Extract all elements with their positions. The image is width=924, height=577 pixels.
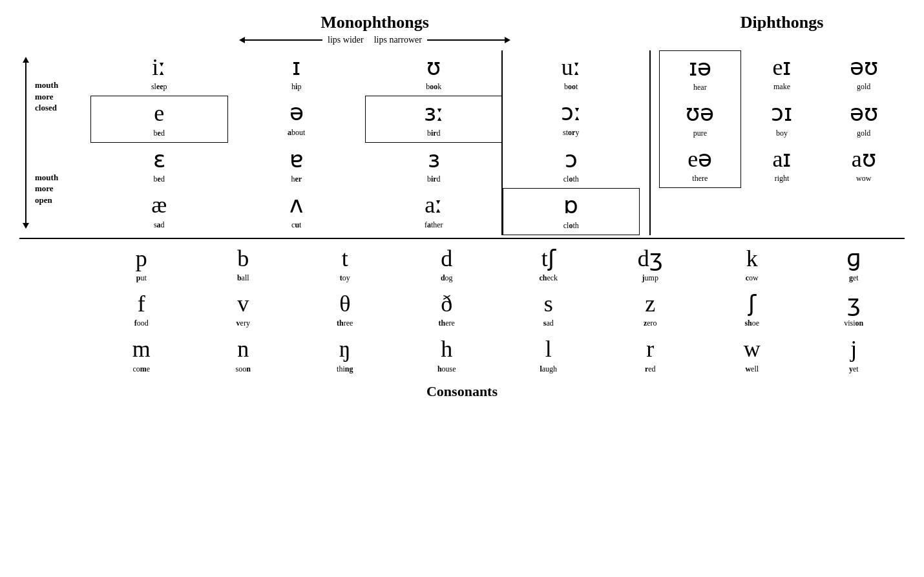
consonant-word: zero xyxy=(602,319,699,328)
vowel-cell: ɒcloth xyxy=(503,188,640,235)
diphthong-cell: əʊgold xyxy=(823,50,905,96)
consonant-symbol: m xyxy=(93,336,190,362)
vowel-symbol: ɪ xyxy=(231,54,363,81)
vowel-word: bird xyxy=(368,129,499,138)
vowel-symbol: e xyxy=(94,100,225,127)
vowel-cell: ɜːbird xyxy=(365,96,503,142)
mouth-arrow-up xyxy=(23,57,29,63)
diphthong-cell: eɪmake xyxy=(741,50,823,96)
consonant-word: put xyxy=(93,273,190,283)
vowel-cell: uːboot xyxy=(503,50,640,96)
vowel-cell: ʌcut xyxy=(228,188,366,235)
diphthong-cell: aʊwow xyxy=(823,142,905,188)
vowel-symbol: aː xyxy=(368,192,500,218)
consonant-cell: wwell xyxy=(701,332,803,377)
vowel-word: sad xyxy=(93,220,226,230)
diphthong-word: make xyxy=(744,82,821,92)
consonant-symbol: j xyxy=(806,336,903,362)
vowel-word: bed xyxy=(94,129,225,138)
vowel-word: cut xyxy=(231,220,363,230)
vowel-cell: ʊbook xyxy=(365,50,503,96)
consonant-cell: zzero xyxy=(600,287,702,332)
diphthong-cell: eəthere xyxy=(659,142,741,188)
consonant-cell: hhouse xyxy=(396,332,498,377)
vowel-cell: ɔcloth xyxy=(503,143,640,188)
vowel-symbol: ʌ xyxy=(231,192,363,218)
mouth-arrow-down xyxy=(23,223,29,229)
consonant-word: jump xyxy=(602,273,699,283)
consonant-cell: kcow xyxy=(701,242,803,287)
vowel-symbol: ɜː xyxy=(368,100,499,127)
vowel-word: her xyxy=(231,174,363,184)
diphthong-symbol: eə xyxy=(662,146,738,173)
vowel-word: hip xyxy=(231,82,363,92)
consonant-word: shoe xyxy=(704,319,801,328)
consonants-title: Consonants xyxy=(19,383,905,400)
vowel-cell: ebed xyxy=(90,96,228,142)
consonant-word: come xyxy=(93,364,190,374)
consonant-word: yet xyxy=(806,364,903,374)
consonant-cell: bball xyxy=(193,242,295,287)
diphthong-cell: aɪright xyxy=(741,142,823,188)
diphthong-word: there xyxy=(662,174,738,184)
vowel-symbol: ɛ xyxy=(93,147,226,173)
consonant-symbol: v xyxy=(195,291,292,317)
diphthong-word: pure xyxy=(662,129,738,138)
consonant-word: get xyxy=(806,273,903,283)
consonant-word: very xyxy=(195,319,292,328)
consonant-symbol: n xyxy=(195,336,292,362)
vowel-cell: aːfather xyxy=(365,188,503,235)
vowel-word: bed xyxy=(93,174,226,184)
consonant-word: red xyxy=(602,364,699,374)
vowel-symbol: uː xyxy=(505,54,638,81)
consonant-symbol: t xyxy=(297,246,394,272)
consonant-symbol: r xyxy=(602,336,699,362)
consonant-symbol: k xyxy=(704,246,801,272)
vowel-symbol: iː xyxy=(93,54,226,81)
diphthong-symbol: ɔɪ xyxy=(744,100,821,127)
vowel-word: bird xyxy=(368,174,500,184)
dip-left-vert-line xyxy=(649,50,651,235)
consonant-word: well xyxy=(704,364,801,374)
consonant-symbol: ð xyxy=(399,291,496,317)
vowel-word: father xyxy=(368,220,500,230)
vowel-symbol: ʊ xyxy=(368,54,500,81)
vowel-cell: ɛbed xyxy=(90,143,228,188)
consonant-symbol: d xyxy=(399,246,496,272)
consonant-cell: ŋthing xyxy=(294,332,396,377)
lips-narrower-label: lips narrower xyxy=(369,35,427,45)
consonant-symbol: ɡ xyxy=(806,246,903,272)
diphthong-word: gold xyxy=(825,82,902,92)
consonant-cell: pput xyxy=(90,242,193,287)
consonant-symbol: l xyxy=(500,336,597,362)
consonant-symbol: s xyxy=(500,291,597,317)
vowel-word: book xyxy=(368,82,500,92)
vowel-word: cloth xyxy=(505,174,638,184)
diphthong-word: right xyxy=(744,174,821,184)
diphthong-symbol: əʊ xyxy=(825,54,902,81)
consonant-cell: ttoy xyxy=(294,242,396,287)
consonant-cell: ssad xyxy=(498,287,600,332)
diphthong-symbol: ɪə xyxy=(662,55,738,81)
diphthong-cell: əʊgold xyxy=(823,96,905,142)
vowel-word: cloth xyxy=(506,221,637,231)
diphthong-symbol: əʊ xyxy=(825,100,902,127)
diphthong-cell: ʊəpure xyxy=(659,96,741,142)
vowel-symbol: ɐ xyxy=(231,147,363,173)
vowel-cell: ɜbird xyxy=(365,143,503,188)
diphthong-cell: ɔɪboy xyxy=(741,96,823,142)
consonant-cell: nsoon xyxy=(193,332,295,377)
consonant-cell: ddog xyxy=(396,242,498,287)
section-divider xyxy=(19,238,905,239)
consonant-cell: jyet xyxy=(803,332,905,377)
consonant-word: food xyxy=(93,319,190,328)
diphthong-word: wow xyxy=(825,174,902,184)
vowel-symbol: ɒ xyxy=(506,193,637,219)
consonant-symbol: ʒ xyxy=(806,291,903,317)
vowel-cell: əabout xyxy=(228,96,366,142)
consonant-cell: tʃcheck xyxy=(498,242,600,287)
mouth-closed-label: mouth more closed xyxy=(35,79,58,114)
vowel-word: about xyxy=(231,128,363,138)
diphthong-symbol: eɪ xyxy=(744,54,821,81)
consonant-cell: vvery xyxy=(193,287,295,332)
